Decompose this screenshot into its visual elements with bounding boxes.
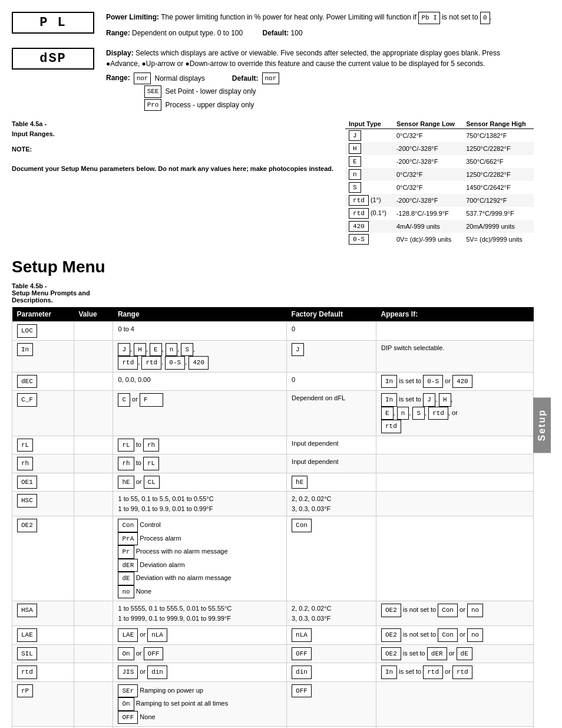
cell-param: rL xyxy=(12,436,74,454)
table-row: In J, H, E, n, S,rtd, rtd, 0-S, 420 J DI… xyxy=(12,340,534,372)
cell-param: rP xyxy=(12,681,74,727)
cell-default: din xyxy=(287,663,376,682)
type-box: 0-S xyxy=(349,234,369,245)
table-row: rh rh to rL Input dependent xyxy=(12,454,534,473)
type-box: E xyxy=(349,156,361,167)
table-row: dEC 0, 0.0, 0.00 0 In is set to 0-S or 4… xyxy=(12,372,534,391)
see-box: SEE xyxy=(144,85,162,98)
cell-range: 0 to 4 xyxy=(113,322,287,341)
table-row: E -200°C/-328°F 350°C/662°F xyxy=(345,155,534,168)
cell-low: -200°C/-328°F xyxy=(393,155,462,168)
table-row: OE1 hE or CL hE xyxy=(12,473,534,492)
cell-range: SEr Ramping on power upOn Ramping to set… xyxy=(113,681,287,727)
cell-low: 0°C/32°F xyxy=(393,181,462,194)
th-value: Value xyxy=(74,307,113,322)
col-sensor-high: Sensor Range High xyxy=(462,119,534,129)
th-parameter: Parameter xyxy=(12,307,74,322)
cell-range: J, H, E, n, S,rtd, rtd, 0-S, 420 xyxy=(113,340,287,372)
note-box: NOTE: Document your Setup Menu parameter… xyxy=(12,144,333,174)
ranges-table: Input Type Sensor Range Low Sensor Range… xyxy=(345,119,534,246)
pl-icon: P L xyxy=(12,12,94,34)
table-4-5a-label: Table 4.5a -Input Ranges. xyxy=(12,119,333,139)
cell-param: LAE xyxy=(12,626,74,645)
cell-value xyxy=(74,473,113,492)
right-sidebar: Setup xyxy=(534,12,550,728)
cell-default: nLA xyxy=(287,626,376,645)
cell-param: SIL xyxy=(12,644,74,663)
cell-low: 0V= (dc)/-999 units xyxy=(393,233,462,246)
cell-default: OFF xyxy=(287,681,376,727)
cell-default: 0 xyxy=(287,322,376,341)
table-row: rtd (1°) -200°C/-328°F 700°C/1292°F xyxy=(345,194,534,207)
cell-value xyxy=(74,436,113,454)
type-box: S xyxy=(349,182,361,193)
cell-high: 350°C/662°F xyxy=(462,155,534,168)
table-row: H -200°C/-328°F 1250°C/2282°F xyxy=(345,142,534,155)
display-range-row: Range: nor Normal displays Default: nor … xyxy=(106,73,534,111)
cell-default: J xyxy=(287,340,376,372)
zero-box: 0 xyxy=(480,12,490,24)
table-row: SIL On or OFF OFF OE2 is set to dER or d… xyxy=(12,644,534,663)
cell-low: 0°C/32°F xyxy=(393,129,462,143)
cell-appears xyxy=(376,322,533,341)
cell-range: 1 to 55, 0.1 to 5.5, 0.01 to 0.55°C1 to … xyxy=(113,492,287,516)
table-row: HSA 1 to 5555, 0.1 to 555.5, 0.01 to 55.… xyxy=(12,601,534,626)
cell-low: -200°C/-328°F xyxy=(393,194,462,207)
cell-value xyxy=(74,644,113,663)
display-text: Display: Selects which displays are acti… xyxy=(106,48,534,114)
cell-low: -128.8°C/-199.9°F xyxy=(393,207,462,220)
cell-high: 700°C/1292°F xyxy=(462,194,534,207)
page-wrapper: P L Power Limiting: The power limiting f… xyxy=(12,12,550,728)
cell-range: rh to rL xyxy=(113,454,287,473)
table-row: rP SEr Ramping on power upOn Ramping to … xyxy=(12,681,534,727)
left-notes: Table 4.5a -Input Ranges. NOTE: Document… xyxy=(12,119,333,246)
cell-value xyxy=(74,681,113,727)
pl-default-value: 100 xyxy=(291,29,303,37)
table-row: 420 4mA/-999 units 20mA/9999 units xyxy=(345,220,534,233)
cell-range: hE or CL xyxy=(113,473,287,492)
type-box: H xyxy=(349,143,361,154)
cell-param: LOC xyxy=(12,322,74,341)
power-limiting-cond2: is not set to xyxy=(442,13,478,21)
cell-range: JIS or din xyxy=(113,663,287,682)
cell-appears: DIP switch selectable. xyxy=(376,340,533,372)
cell-default: 2, 0.2, 0.02°C3, 0.3, 0.03°F xyxy=(287,492,376,516)
main-content: P L Power Limiting: The power limiting f… xyxy=(12,12,534,728)
cell-high: 5V= (dc)/9999 units xyxy=(462,233,534,246)
th-range: Range xyxy=(113,307,287,322)
display-default-label: Default: xyxy=(232,73,259,84)
cell-value xyxy=(74,516,113,601)
input-ranges-table: Input Type Sensor Range Low Sensor Range… xyxy=(345,119,534,246)
cell-value xyxy=(74,492,113,516)
cell-range: 0, 0.0, 0.00 xyxy=(113,372,287,391)
cell-type: n xyxy=(345,168,393,181)
table-row: J 0°C/32°F 750°C/1382°F xyxy=(345,129,534,143)
pro-box: Pro xyxy=(144,99,162,111)
power-limiting-text: Power Limiting: The power limiting funct… xyxy=(106,12,534,42)
cell-range: Con ControlPrA Process alarmPr Process w… xyxy=(113,516,287,601)
note-text: Document your Setup Menu parameters belo… xyxy=(12,165,333,172)
cell-type: S xyxy=(345,181,393,194)
type-box: n xyxy=(349,169,361,180)
cell-high: 1250°C/2282°F xyxy=(462,168,534,181)
cell-param: HSC xyxy=(12,492,74,516)
note-label: NOTE: xyxy=(12,144,333,154)
cell-appears: In is set to J, H,E, n, S, rtd, orrtd xyxy=(376,391,533,436)
cell-range: rL to rh xyxy=(113,436,287,454)
cell-type: E xyxy=(345,155,393,168)
cell-range: 1 to 5555, 0.1 to 555.5, 0.01 to 55.55°C… xyxy=(113,601,287,626)
cell-param: dEC xyxy=(12,372,74,391)
cell-appears: OE2 is not set to Con or no xyxy=(376,601,533,626)
display-range-items: nor Normal displays Default: nor SEE Set… xyxy=(134,73,280,111)
table-row: OE2 Con ControlPrA Process alarmPr Proce… xyxy=(12,516,534,601)
cell-appears xyxy=(376,473,533,492)
table-row: LOC 0 to 4 0 xyxy=(12,322,534,341)
cell-param: HSA xyxy=(12,601,74,626)
cell-value xyxy=(74,322,113,341)
cell-param: OE2 xyxy=(12,516,74,601)
cell-high: 20mA/9999 units xyxy=(462,220,534,233)
cell-type: J xyxy=(345,129,393,143)
display-range-label: Range: xyxy=(106,73,130,83)
top-section: P L Power Limiting: The power limiting f… xyxy=(12,12,534,42)
cell-appears: In is set to rtd or rtd xyxy=(376,663,533,682)
